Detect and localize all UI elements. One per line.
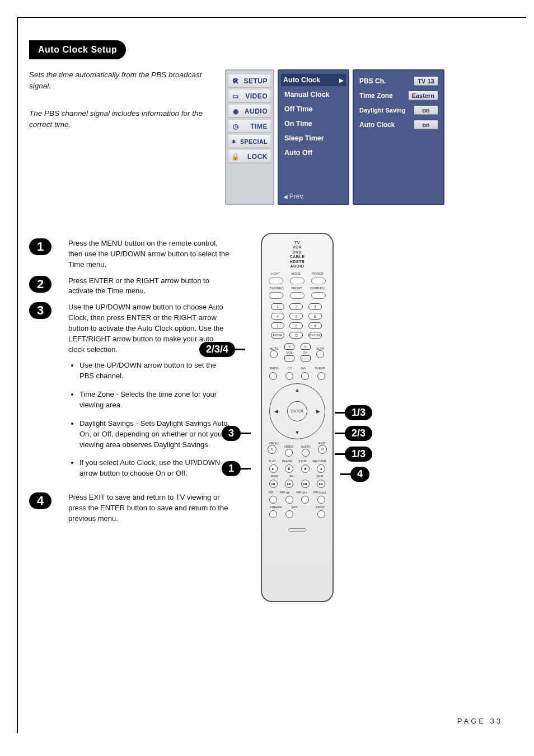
submenu-auto-clock: Auto Clock▶ <box>281 74 346 86</box>
menu-video: ▭VIDEO <box>228 90 271 103</box>
ratio-button <box>269 372 277 380</box>
num-0: 0 <box>289 332 303 339</box>
pip-chdown <box>285 496 293 504</box>
bullet-pbs: Use the UP/DOWN arrow button to set the … <box>79 360 231 382</box>
callout-3-left: 3 <box>222 426 241 441</box>
remote-input-labels: TV/VIDEOFRONTCOMP/DVI <box>265 287 329 290</box>
vol-up: + <box>284 343 294 350</box>
callout-13b: 1/3 <box>345 447 372 462</box>
step-badge-2: 2 <box>29 276 51 293</box>
menu-setup: 🛠SETUP <box>228 74 271 88</box>
remote-vol-ch: MUTE +VOL− +CH− SURF <box>265 340 329 363</box>
osd-screenshot: 🛠SETUP ▭VIDEO ◉AUDIO ◷TIME ✶SPECIAL 🔒LOC… <box>225 69 444 205</box>
steps-list: 1 Press the MENU button on the remote co… <box>29 238 231 602</box>
step-4: 4 Press EXIT to save and return to TV vi… <box>29 492 231 524</box>
ch-down: − <box>301 355 311 362</box>
steps-and-remote: 1 Press the MENU button on the remote co… <box>29 238 504 602</box>
exit-button: ↺ <box>318 445 327 454</box>
avl-button <box>301 372 309 380</box>
speaker-icon: ◉ <box>232 107 240 115</box>
osd-main-menu: 🛠SETUP ▭VIDEO ◉AUDIO ◷TIME ✶SPECIAL 🔒LOC… <box>225 69 274 205</box>
clock-icon: ◷ <box>232 123 240 130</box>
step-3-text: Use the UP/DOWN arrow button to choose A… <box>68 302 231 487</box>
osd-time-submenu: Auto Clock▶ Manual Clock Off Time On Tim… <box>278 69 349 205</box>
mute-button <box>270 350 278 358</box>
arrow-left-icon: ◀ <box>274 408 278 414</box>
light-button <box>269 278 283 284</box>
submenu-off-time: Off Time <box>283 102 344 116</box>
audio-button <box>302 449 310 457</box>
step-3: 3 Use the UP/DOWN arrow button to choose… <box>29 302 231 487</box>
remote-top-labels: LIGHTMODEPOWER <box>265 272 329 275</box>
flashbk: FLASHBK <box>308 332 322 339</box>
remote-modes: TV VCR DVD CABLE HDSTB AUDIO <box>265 241 329 269</box>
intro-p1: Sets the time automatically from the PBS… <box>29 69 208 92</box>
detail-auto-clock: Auto Clockon <box>359 118 438 132</box>
manual-page: Auto Clock Setup Sets the time automatic… <box>17 17 526 733</box>
skip-fwd: ⏭ <box>317 480 325 488</box>
step-2: 2 Press ENTER or the RIGHT arrow button … <box>29 276 231 297</box>
intro-text: Sets the time automatically from the PBS… <box>29 69 208 136</box>
cc-button <box>285 372 293 380</box>
monitor-icon: ▭ <box>232 92 240 100</box>
num-7: 7 <box>271 322 284 329</box>
arrow-right-icon: ▶ <box>339 77 344 83</box>
video-button <box>285 449 293 457</box>
mode-button <box>290 278 305 284</box>
num-3: 3 <box>308 303 322 310</box>
remote-diagram: TV VCR DVD CABLE HDSTB AUDIO LIGHTMODEPO… <box>261 233 334 602</box>
rew-button: ⏮ <box>269 480 278 488</box>
num-8: 8 <box>289 322 303 329</box>
arrow-up-icon: ▲ <box>295 387 300 393</box>
sap-button <box>285 510 293 518</box>
detail-daylight-saving: Daylight Savingon <box>359 103 438 118</box>
menu-audio: ◉AUDIO <box>228 105 271 118</box>
wrench-icon: 🛠 <box>232 77 240 85</box>
callout-23: 2/3 <box>345 426 372 441</box>
pip-chup <box>301 496 309 504</box>
bullet-dst: Daylight Savings - Sets Daylight Savings… <box>79 419 231 450</box>
ch-up: + <box>301 343 311 350</box>
arrow-down-icon: ▼ <box>295 430 300 435</box>
tvvideo-button <box>269 292 283 299</box>
callout-13a: 1/3 <box>345 405 372 420</box>
step-3-bullets: Use the UP/DOWN arrow button to set the … <box>79 360 231 479</box>
callout-234: 2/3/4 <box>199 342 235 357</box>
stop-button: ■ <box>301 464 310 473</box>
submenu-on-time: On Time <box>283 116 344 131</box>
record-button: ● <box>317 464 325 473</box>
menu-time: ◷TIME <box>228 120 271 133</box>
sleep-button <box>317 372 325 380</box>
callout-4: 4 <box>350 467 369 482</box>
step-badge-4: 4 <box>29 492 51 509</box>
step-badge-3: 3 <box>29 302 51 319</box>
arrow-right-nav-icon: ▶ <box>316 408 320 414</box>
num-1: 1 <box>271 303 284 310</box>
num-6: 6 <box>308 313 322 320</box>
num-5: 5 <box>289 313 303 320</box>
vol-down: − <box>284 355 294 362</box>
step-2-text: Press ENTER or the RIGHT arrow button to… <box>68 276 231 297</box>
detail-pbs-ch: PBS Ch.TV 13 <box>359 74 438 88</box>
intro-p2: The PBS channel signal includes informat… <box>29 108 208 131</box>
detail-time-zone: Time ZoneEastern <box>359 88 438 103</box>
submenu-auto-off: Auto Off <box>283 145 344 160</box>
step-1-text: Press the MENU button on the remote cont… <box>68 238 231 270</box>
lock-icon: 🔒 <box>232 153 240 161</box>
enter-button: ENTER <box>287 401 307 421</box>
effects-icon: ✶ <box>231 138 237 145</box>
step-1: 1 Press the MENU button on the remote co… <box>29 238 231 270</box>
pip-input <box>317 496 325 504</box>
power-button <box>311 278 326 284</box>
compdvi-button <box>311 292 326 299</box>
remote-nav-ring: ▲ ▼ ◀ ▶ ENTER <box>269 383 325 439</box>
surf-button <box>316 350 324 358</box>
menu-button: ↻ <box>268 445 277 454</box>
step-badge-1: 1 <box>29 238 51 255</box>
freeze-button <box>269 510 277 518</box>
front-button <box>290 292 305 299</box>
remote-slot <box>288 528 306 532</box>
section-title: Auto Clock Setup <box>29 40 126 59</box>
remote-numpad: 1 2 3 4 5 6 7 8 9 ENTER 0 FLASHBK <box>265 301 329 340</box>
menu-special: ✶SPECIAL <box>228 135 271 148</box>
